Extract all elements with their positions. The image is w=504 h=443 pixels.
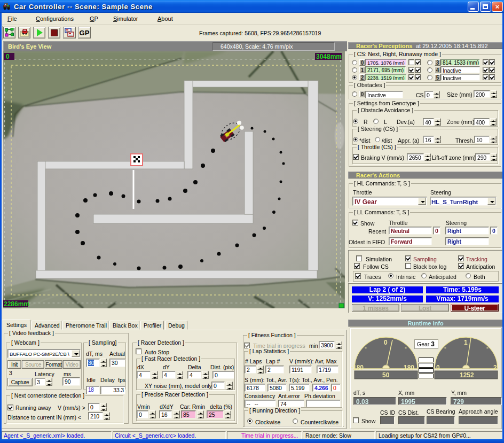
svg-text:1: 1 — [464, 339, 468, 346]
svg-text:180: 180 — [404, 364, 414, 371]
svg-text:0: 0 — [436, 364, 440, 371]
svg-text:2286mm: 2286mm — [4, 300, 29, 308]
svg-text:3048mm: 3048mm — [316, 53, 342, 60]
svg-text:-: - — [486, 344, 489, 352]
svg-text:-: - — [365, 344, 367, 352]
svg-text:0: 0 — [384, 339, 388, 346]
svg-text:50: 50 — [382, 371, 390, 379]
svg-text:-180: -180 — [351, 364, 364, 371]
svg-text:-: - — [405, 344, 407, 352]
svg-text:1252: 1252 — [460, 371, 474, 379]
svg-text:2: 2 — [493, 364, 497, 371]
svg-text:0: 0 — [6, 53, 10, 60]
svg-text:-: - — [444, 344, 446, 352]
